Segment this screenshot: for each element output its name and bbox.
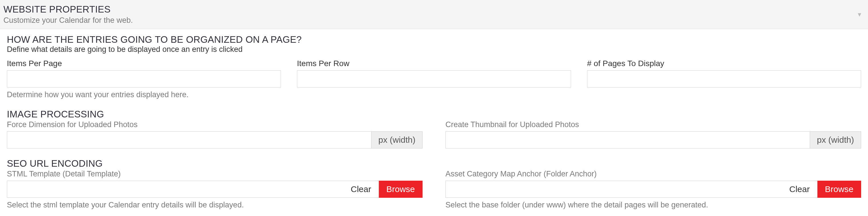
px-width-addon: px (width) <box>810 131 861 148</box>
clear-button[interactable]: Clear <box>782 181 817 198</box>
items-per-page-input[interactable] <box>7 70 281 87</box>
browse-button[interactable]: Browse <box>817 181 861 198</box>
anchor-label: Asset Category Map Anchor (Folder Anchor… <box>445 170 861 178</box>
force-dimension-input[interactable] <box>7 131 371 148</box>
stml-help-text: Select the stml template your Calendar e… <box>7 201 423 210</box>
thumbnail-input[interactable] <box>445 131 810 148</box>
panel-header[interactable]: WEBSITE PROPERTIES Customize your Calend… <box>0 0 868 29</box>
thumbnail-label: Create Thumbnail for Uploaded Photos <box>445 120 861 129</box>
stml-template-input[interactable] <box>7 181 343 198</box>
items-per-page-label: Items Per Page <box>7 59 281 68</box>
anchor-input[interactable] <box>445 181 782 198</box>
section-title: IMAGE PROCESSING <box>7 109 861 120</box>
items-per-row-label: Items Per Row <box>297 59 571 68</box>
px-width-addon: px (width) <box>371 131 423 148</box>
panel-subtitle: Customize your Calendar for the web. <box>3 16 862 25</box>
section-title: SEO URL ENCODING <box>7 158 861 169</box>
pages-to-display-input[interactable] <box>587 70 861 87</box>
browse-button[interactable]: Browse <box>379 181 423 198</box>
force-dimension-label: Force Dimension for Uploaded Photos <box>7 120 423 129</box>
items-per-row-input[interactable] <box>297 70 571 87</box>
section-seo: SEO URL ENCODING STML Template (Detail T… <box>7 158 861 210</box>
anchor-help-text: Select the base folder (under www) where… <box>445 201 861 210</box>
pages-to-display-label: # of Pages To Display <box>587 59 861 68</box>
section-subtitle: Define what details are going to be disp… <box>7 45 861 54</box>
org-help-text: Determine how you want your entries disp… <box>7 90 281 99</box>
section-image-processing: IMAGE PROCESSING Force Dimension for Upl… <box>7 109 861 148</box>
chevron-down-icon[interactable]: ▼ <box>857 11 862 18</box>
stml-template-label: STML Template (Detail Template) <box>7 170 423 178</box>
section-title: HOW ARE THE ENTRIES GOING TO BE ORGANIZE… <box>7 34 861 45</box>
section-organization: HOW ARE THE ENTRIES GOING TO BE ORGANIZE… <box>7 34 861 99</box>
panel-body: HOW ARE THE ENTRIES GOING TO BE ORGANIZE… <box>0 29 868 216</box>
panel-title: WEBSITE PROPERTIES <box>3 4 862 15</box>
clear-button[interactable]: Clear <box>343 181 379 198</box>
